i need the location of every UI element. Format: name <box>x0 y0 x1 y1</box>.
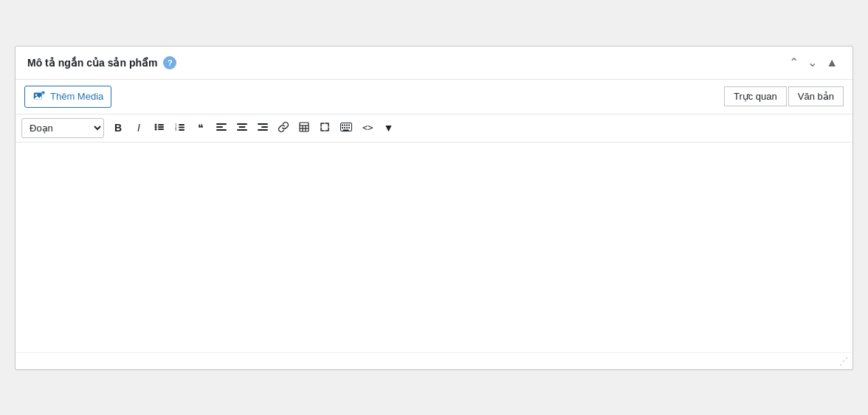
media-toolbar-row: + Thêm Media Trực quan Văn bản <box>16 80 852 114</box>
svg-rect-16 <box>179 129 185 131</box>
svg-rect-17 <box>216 123 227 125</box>
panel-header: Mô tả ngắn của sản phẩm ? ⌃ ⌄ ▲ <box>16 47 852 80</box>
tab-van-ban[interactable]: Văn bản <box>788 86 844 106</box>
svg-rect-37 <box>344 127 345 128</box>
align-right-icon <box>258 122 268 134</box>
svg-rect-10 <box>158 128 164 130</box>
editor-textarea[interactable] <box>24 150 844 342</box>
svg-rect-19 <box>216 129 227 131</box>
align-center-button[interactable] <box>232 118 252 137</box>
svg-rect-21 <box>239 126 246 128</box>
blockquote-icon: ❝ <box>198 123 204 133</box>
table-button[interactable] <box>294 118 314 137</box>
keyboard-icon <box>340 123 352 133</box>
fullscreen-button[interactable] <box>315 118 334 137</box>
svg-text:+: + <box>42 92 44 95</box>
svg-rect-14 <box>179 127 185 128</box>
svg-rect-8 <box>158 126 164 128</box>
align-right-button[interactable] <box>253 118 272 137</box>
svg-rect-39 <box>348 127 350 128</box>
code-button[interactable]: <> <box>358 118 377 137</box>
svg-rect-22 <box>237 129 247 131</box>
svg-rect-36 <box>342 127 343 128</box>
ordered-list-icon: 1.2.3. <box>175 122 185 134</box>
svg-point-7 <box>155 126 157 128</box>
product-short-description-panel: Mô tả ngắn của sản phẩm ? ⌃ ⌄ ▲ + <box>15 46 853 370</box>
add-media-icon: + <box>32 90 46 103</box>
view-tabs: Trực quan Văn bản <box>724 86 844 106</box>
add-media-label: Thêm Media <box>50 91 103 102</box>
more-button[interactable]: ▼ <box>379 118 398 137</box>
bold-button[interactable]: B <box>108 118 128 137</box>
svg-rect-6 <box>158 124 164 126</box>
svg-rect-24 <box>261 126 268 128</box>
svg-rect-33 <box>344 125 345 126</box>
svg-point-1 <box>35 94 38 96</box>
format-toolbar: Đoạn Tiêu đề 1 Tiêu đề 2 Tiêu đề 3 Tiêu … <box>16 114 852 143</box>
italic-icon: I <box>137 123 140 133</box>
align-left-button[interactable] <box>212 118 231 137</box>
panel-title: Mô tả ngắn của sản phẩm <box>27 57 157 69</box>
table-icon <box>299 122 309 134</box>
svg-point-9 <box>155 128 157 131</box>
svg-rect-25 <box>258 129 268 131</box>
svg-rect-32 <box>342 125 343 126</box>
editor-area <box>16 143 852 352</box>
bold-icon: B <box>114 123 122 133</box>
align-left-icon <box>216 122 227 134</box>
svg-rect-20 <box>237 123 247 125</box>
help-icon[interactable]: ? <box>163 56 176 69</box>
link-icon <box>278 122 289 134</box>
unordered-list-icon <box>154 122 165 134</box>
svg-rect-26 <box>300 123 309 131</box>
collapse-up-button[interactable]: ⌃ <box>786 54 802 72</box>
keyboard-shortcuts-button[interactable] <box>336 118 356 137</box>
svg-rect-34 <box>346 125 348 126</box>
more-icon: ▼ <box>384 123 394 133</box>
svg-rect-40 <box>343 130 349 131</box>
chevron-up-icon: ⌃ <box>789 57 799 69</box>
tab-van-ban-label: Văn bản <box>798 91 834 102</box>
svg-point-5 <box>155 124 157 126</box>
svg-rect-18 <box>216 126 223 128</box>
panel-title-area: Mô tả ngắn của sản phẩm ? <box>27 56 176 69</box>
editor-footer: ⋰ <box>16 352 852 369</box>
paragraph-select[interactable]: Đoạn Tiêu đề 1 Tiêu đề 2 Tiêu đề 3 Tiêu … <box>21 118 104 138</box>
svg-rect-38 <box>346 127 348 128</box>
toggle-button[interactable]: ▲ <box>823 54 841 72</box>
collapse-down-button[interactable]: ⌄ <box>805 54 820 72</box>
fullscreen-icon <box>320 122 330 134</box>
align-center-icon <box>237 122 247 134</box>
chevron-down-icon: ⌄ <box>807 57 817 69</box>
svg-rect-23 <box>258 123 268 125</box>
italic-button[interactable]: I <box>129 118 148 137</box>
blockquote-button[interactable]: ❝ <box>191 118 210 137</box>
unordered-list-button[interactable] <box>150 118 169 137</box>
arrow-up-icon: ▲ <box>826 57 838 69</box>
resize-handle[interactable]: ⋰ <box>839 356 848 366</box>
ordered-list-button[interactable]: 1.2.3. <box>170 118 190 137</box>
code-icon: <> <box>362 123 373 132</box>
add-media-button[interactable]: + Thêm Media <box>24 86 111 108</box>
svg-rect-35 <box>348 125 350 126</box>
svg-rect-12 <box>179 124 185 126</box>
panel-controls: ⌃ ⌄ ▲ <box>786 54 841 72</box>
svg-text:3.: 3. <box>175 128 177 131</box>
tab-truc-quan[interactable]: Trực quan <box>724 86 787 106</box>
link-button[interactable] <box>274 118 293 137</box>
tab-truc-quan-label: Trực quan <box>734 91 777 102</box>
